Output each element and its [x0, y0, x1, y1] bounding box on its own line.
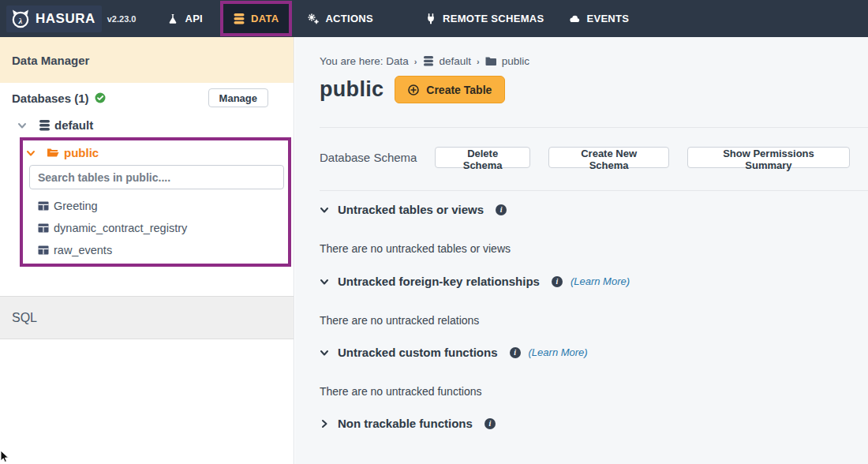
- breadcrumb: You are here: Data › default › public: [320, 55, 868, 67]
- nav-tab-remote-schemas[interactable]: REMOTE SCHEMAS: [425, 13, 544, 24]
- nav-tab-label: EVENTS: [586, 13, 629, 24]
- hasura-brand[interactable]: λ HASURA: [6, 6, 102, 32]
- chevron-right-icon: ›: [477, 57, 480, 66]
- nav-tab-label: REMOTE SCHEMAS: [443, 13, 544, 24]
- chevron-down-icon[interactable]: [26, 148, 36, 158]
- gears-icon: [308, 13, 319, 24]
- sidebar-item-public-schema[interactable]: public: [26, 146, 99, 159]
- table-icon: [38, 223, 49, 233]
- version-label: v2.23.0: [107, 14, 137, 24]
- sidebar-item-table-dynamic-contract-registry[interactable]: dynamic_contract_registry: [38, 222, 187, 234]
- top-navbar: λ HASURA v2.23.0 API DATA ACTIONS REMOTE…: [0, 0, 868, 37]
- empty-state-text: There are no untracked functions: [320, 385, 868, 398]
- divider: [320, 127, 868, 128]
- table-icon: [38, 245, 49, 255]
- nav-tab-label: ACTIONS: [325, 13, 373, 24]
- section-untracked-foreign-keys[interactable]: Untracked foreign-key relationships (Lea…: [320, 275, 868, 288]
- database-schema-label: Database Schema: [320, 151, 435, 164]
- plus-circle-icon: [408, 84, 419, 95]
- learn-more-link[interactable]: (Learn More): [571, 275, 630, 287]
- section-untracked-custom-functions[interactable]: Untracked custom functions (Learn More): [320, 346, 868, 359]
- plug-icon: [425, 13, 436, 24]
- title-row: public Create Table: [320, 76, 868, 103]
- breadcrumb-schema[interactable]: public: [502, 55, 529, 67]
- svg-text:λ: λ: [18, 15, 23, 24]
- page-title: public: [320, 77, 383, 102]
- sidebar-item-table-raw-events[interactable]: raw_events: [38, 244, 112, 256]
- chevron-down-icon[interactable]: [17, 121, 27, 130]
- info-icon[interactable]: [485, 418, 496, 429]
- chevron-down-icon[interactable]: [320, 277, 329, 286]
- cloud-icon: [569, 13, 580, 24]
- nav-tab-label: API: [185, 13, 203, 24]
- search-tables-input[interactable]: [29, 165, 284, 189]
- section-title: Non trackable functions: [338, 417, 473, 430]
- sidebar-item-table-greeting[interactable]: Greeting: [38, 200, 98, 212]
- breadcrumb-database[interactable]: default: [440, 55, 472, 67]
- show-permissions-summary-button[interactable]: Show Permissions Summary: [687, 147, 850, 168]
- table-name-label: Greeting: [54, 200, 98, 212]
- chevron-right-icon[interactable]: [320, 419, 329, 428]
- create-table-label: Create Table: [426, 84, 492, 96]
- database-icon: [423, 56, 434, 66]
- breadcrumb-root[interactable]: You are here: Data: [320, 55, 409, 67]
- schema-page: You are here: Data › default › public pu…: [295, 37, 868, 464]
- nav-tab-label: DATA: [251, 13, 279, 24]
- nav-data-annotation-box: DATA: [220, 1, 292, 36]
- databases-row: Databases (1) Manage: [12, 88, 268, 108]
- database-schema-row: Database Schema Delete Schema Create New…: [320, 147, 868, 168]
- section-untracked-tables[interactable]: Untracked tables or views: [320, 203, 868, 216]
- data-sidebar: Data Manager Databases (1) Manage defaul…: [0, 37, 294, 464]
- empty-state-text: There are no untracked relations: [320, 314, 868, 327]
- table-name-label: raw_events: [54, 244, 112, 256]
- databases-count-label: Databases (1): [12, 92, 89, 105]
- brand-name: HASURA: [36, 11, 95, 27]
- nav-tab-data[interactable]: DATA: [234, 13, 279, 24]
- database-name-label: default: [54, 118, 93, 132]
- mouse-cursor: [0, 450, 11, 464]
- database-icon: [39, 120, 51, 131]
- hasura-console: { "navbar": { "brand": "HASURA", "versio…: [0, 0, 868, 464]
- table-icon: [38, 201, 49, 211]
- folder-open-icon: [47, 148, 59, 158]
- nav-tab-events[interactable]: EVENTS: [569, 13, 629, 24]
- info-icon[interactable]: [552, 276, 563, 287]
- sidebar-item-sql[interactable]: SQL: [0, 296, 294, 339]
- learn-more-link[interactable]: (Learn More): [529, 346, 588, 358]
- folder-icon: [485, 56, 496, 66]
- section-non-trackable-functions[interactable]: Non trackable functions: [320, 417, 868, 430]
- info-icon[interactable]: [496, 204, 507, 215]
- section-title: Untracked custom functions: [338, 346, 498, 359]
- data-manager-header[interactable]: Data Manager: [0, 37, 294, 83]
- chevron-right-icon: ›: [414, 57, 417, 66]
- sql-label: SQL: [12, 311, 37, 325]
- empty-state-text: There are no untracked tables or views: [320, 242, 868, 255]
- section-title: Untracked foreign-key relationships: [338, 275, 540, 288]
- database-icon: [234, 13, 245, 24]
- flask-icon: [167, 13, 178, 24]
- nav-tab-api[interactable]: API: [167, 13, 203, 24]
- create-table-button[interactable]: Create Table: [395, 76, 505, 103]
- divider: [320, 190, 868, 191]
- data-manager-label: Data Manager: [12, 54, 89, 67]
- table-name-label: dynamic_contract_registry: [54, 222, 187, 234]
- info-icon[interactable]: [510, 347, 521, 358]
- create-new-schema-button[interactable]: Create New Schema: [548, 147, 669, 168]
- schema-name-label: public: [64, 146, 99, 159]
- delete-schema-button[interactable]: Delete Schema: [435, 147, 530, 168]
- chevron-down-icon[interactable]: [320, 348, 329, 357]
- chevron-down-icon[interactable]: [320, 205, 329, 215]
- manage-button[interactable]: Manage: [208, 88, 268, 107]
- sidebar-item-default-database[interactable]: default: [17, 118, 93, 132]
- section-title: Untracked tables or views: [338, 203, 484, 216]
- hasura-logo-icon: λ: [9, 8, 32, 30]
- nav-tab-actions[interactable]: ACTIONS: [308, 13, 373, 24]
- check-circle-icon: [95, 92, 106, 103]
